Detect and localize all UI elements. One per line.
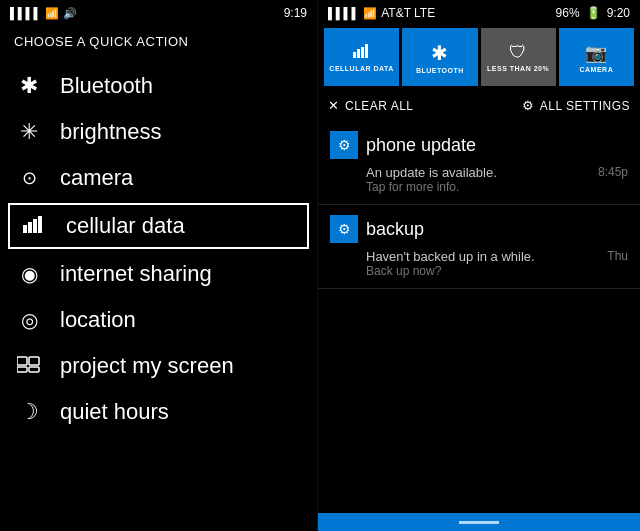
action-bar: ✕ CLEAR ALL ⚙ ALL SETTINGS [318,92,640,121]
left-panel: ▌▌▌▌ 📶 🔊 9:19 CHOOSE A QUICK ACTION ✱ Bl… [0,0,318,531]
bottom-dash [459,521,499,524]
svg-rect-4 [17,357,27,365]
internet-sharing-label: internet sharing [60,261,212,287]
notif-phone-update-name: phone update [366,135,476,156]
svg-rect-2 [33,219,37,233]
tile-bluetooth-icon: ✱ [431,41,448,65]
left-status-icons: ▌▌▌▌ 📶 🔊 [10,7,77,20]
all-settings-button[interactable]: ⚙ ALL SETTINGS [522,98,630,113]
left-time: 9:19 [284,6,307,20]
svg-rect-6 [17,367,27,372]
tile-bluetooth[interactable]: ✱ BLUETOOTH [402,28,477,86]
camera-icon: ⊙ [14,167,44,189]
clear-all-label: CLEAR ALL [345,99,414,113]
tile-cellular-icon [353,42,371,63]
svg-rect-10 [361,47,364,58]
location-icon: ◎ [14,308,44,332]
camera-label: camera [60,165,133,191]
battery-percent: 96% [556,6,580,20]
svg-rect-11 [365,44,368,58]
svg-rect-3 [38,216,42,233]
notif-phone-update-header: ⚙ phone update [330,131,628,159]
sidebar-item-quiet-hours[interactable]: ☽ quiet hours [0,389,317,435]
svg-rect-0 [23,225,27,233]
right-wifi-icon: 📶 [363,7,377,20]
svg-rect-8 [353,52,356,58]
notif-backup-header: ⚙ backup [330,215,628,243]
tile-camera-icon: 📷 [585,42,607,64]
carrier-label: AT&T LTE [381,6,435,20]
quiet-hours-icon: ☽ [14,399,44,425]
notif-backup-name: backup [366,219,424,240]
left-title: CHOOSE A QUICK ACTION [0,24,317,63]
sidebar-item-bluetooth[interactable]: ✱ Bluetooth [0,63,317,109]
project-screen-label: project my screen [60,353,234,379]
cellular-data-icon [20,215,50,238]
tile-cellular-data[interactable]: CELLULAR DATA [324,28,399,86]
notif-backup-body: Haven't backed up in a while. Back up no… [330,249,628,278]
notif-phone-update-main: An update is available. [366,165,598,180]
notification-phone-update[interactable]: ⚙ phone update An update is available. T… [318,121,640,205]
brightness-label: brightness [60,119,162,145]
tile-battery-label: LESS THAN 20% [487,65,549,72]
volume-icon: 🔊 [63,7,77,20]
project-screen-icon [14,355,44,377]
quick-tiles: CELLULAR DATA ✱ BLUETOOTH 🛡 LESS THAN 20… [318,24,640,92]
settings-gear-icon: ⚙ [522,98,534,113]
svg-rect-5 [29,357,39,365]
notif-phone-update-body: An update is available. Tap for more inf… [330,165,628,194]
notif-backup-time: Thu [607,249,628,263]
bluetooth-icon: ✱ [14,73,44,99]
signal-icon: ▌▌▌▌ [10,7,41,19]
notif-phone-update-icon: ⚙ [330,131,358,159]
right-status-left: ▌▌▌▌ 📶 AT&T LTE [328,6,435,20]
notif-phone-update-sub: Tap for more info. [366,180,598,194]
bluetooth-label: Bluetooth [60,73,153,99]
sidebar-item-internet-sharing[interactable]: ◉ internet sharing [0,251,317,297]
notif-backup-text: Haven't backed up in a while. Back up no… [366,249,607,278]
right-time: 9:20 [607,6,630,20]
notif-backup-icon: ⚙ [330,215,358,243]
svg-rect-9 [357,49,360,58]
notifications-list: ⚙ phone update An update is available. T… [318,121,640,513]
sidebar-item-project-screen[interactable]: project my screen [0,343,317,389]
right-status-bar: ▌▌▌▌ 📶 AT&T LTE 96% 🔋 9:20 [318,0,640,24]
right-status-right: 96% 🔋 9:20 [556,6,630,20]
tile-camera[interactable]: 📷 CAMERA [559,28,634,86]
cellular-data-label: cellular data [66,213,185,239]
wifi-icon: 📶 [45,7,59,20]
svg-rect-7 [29,367,39,372]
quiet-hours-label: quiet hours [60,399,169,425]
notif-phone-update-time: 8:45p [598,165,628,179]
tile-battery-icon: 🛡 [509,42,527,63]
clear-all-x-icon: ✕ [328,98,339,113]
menu-list: ✱ Bluetooth ✳ brightness ⊙ camera cellul… [0,63,317,435]
tile-cellular-label: CELLULAR DATA [329,65,394,72]
svg-rect-1 [28,222,32,233]
tile-battery-saver[interactable]: 🛡 LESS THAN 20% [481,28,556,86]
bottom-bar [318,513,640,531]
notif-backup-sub: Back up now? [366,264,607,278]
tile-bluetooth-label: BLUETOOTH [416,67,464,74]
brightness-icon: ✳ [14,119,44,145]
notif-phone-update-text: An update is available. Tap for more inf… [366,165,598,194]
battery-icon: 🔋 [586,6,601,20]
sidebar-item-brightness[interactable]: ✳ brightness [0,109,317,155]
left-status-bar: ▌▌▌▌ 📶 🔊 9:19 [0,0,317,24]
notif-backup-main: Haven't backed up in a while. [366,249,607,264]
sidebar-item-cellular-data[interactable]: cellular data [8,203,309,249]
sidebar-item-location[interactable]: ◎ location [0,297,317,343]
sidebar-item-camera[interactable]: ⊙ camera [0,155,317,201]
clear-all-button[interactable]: ✕ CLEAR ALL [328,98,414,113]
tile-camera-label: CAMERA [580,66,614,73]
internet-sharing-icon: ◉ [14,262,44,286]
location-label: location [60,307,136,333]
right-panel: ▌▌▌▌ 📶 AT&T LTE 96% 🔋 9:20 CELLULAR DATA [318,0,640,531]
right-signal-icon: ▌▌▌▌ [328,7,359,19]
all-settings-label: ALL SETTINGS [540,99,630,113]
notification-backup[interactable]: ⚙ backup Haven't backed up in a while. B… [318,205,640,289]
